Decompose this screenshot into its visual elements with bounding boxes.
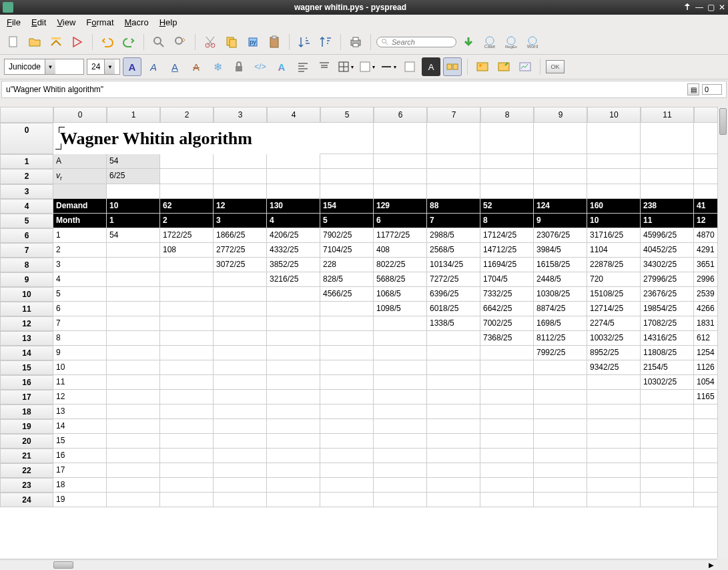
redo-icon[interactable] xyxy=(119,33,138,51)
replace-icon[interactable] xyxy=(171,33,190,51)
menu-help[interactable]: Help xyxy=(155,16,181,29)
case-icon[interactable]: Case xyxy=(480,33,499,51)
find-icon[interactable] xyxy=(149,33,168,51)
markup-icon[interactable]: </> xyxy=(251,57,270,76)
svg-rect-32 xyxy=(453,64,458,69)
titlebar: wagner whitin.pys - pyspread 🠅 — ▢ ✕ xyxy=(0,0,728,15)
svg-point-34 xyxy=(479,64,482,67)
border-color-icon[interactable]: ▼ xyxy=(358,57,376,76)
close-icon[interactable]: ✕ xyxy=(719,3,725,12)
go-down-icon[interactable] xyxy=(459,33,478,51)
menubar: File Edit View Format Macro Help xyxy=(0,15,728,30)
format-toolbar: Junicode▼ 24▼ A A A A ❄ </> A ▼ ▼ ▼ A OK xyxy=(0,55,728,79)
svg-rect-12 xyxy=(272,36,276,39)
search-input[interactable] xyxy=(392,38,452,46)
size-combo[interactable]: 24▼ xyxy=(87,59,120,75)
lock-icon[interactable] xyxy=(230,57,248,76)
formula-bar: u"Wagner Whitin algorithm" ▤ xyxy=(1,81,727,98)
minimize-icon[interactable]: 🠅 xyxy=(683,3,691,12)
svg-text:Word: Word xyxy=(527,44,538,49)
word-icon[interactable]: Word xyxy=(523,33,542,51)
align-left-icon[interactable] xyxy=(294,57,312,76)
sort-desc-icon[interactable] xyxy=(316,33,335,51)
svg-point-2 xyxy=(154,37,161,44)
ok-button[interactable]: OK xyxy=(546,60,565,73)
svg-line-17 xyxy=(386,43,388,45)
merge-icon[interactable] xyxy=(443,57,462,76)
font-combo[interactable]: Junicode▼ xyxy=(4,59,84,75)
svg-rect-1 xyxy=(51,37,61,39)
svg-text:RegEx: RegEx xyxy=(505,45,517,49)
export-icon[interactable] xyxy=(68,33,87,51)
bold-icon[interactable]: A xyxy=(123,57,141,76)
svg-rect-14 xyxy=(353,37,358,41)
svg-rect-33 xyxy=(477,63,488,71)
menu-view[interactable]: View xyxy=(53,16,79,29)
text-color-icon[interactable]: A xyxy=(272,57,291,76)
paste-icon[interactable] xyxy=(265,33,284,51)
svg-rect-36 xyxy=(520,63,530,71)
svg-rect-15 xyxy=(353,43,358,47)
underline-icon[interactable]: A xyxy=(165,57,184,76)
sheet-btn[interactable]: ▤ xyxy=(687,83,699,95)
svg-rect-24 xyxy=(236,66,242,71)
svg-rect-8 xyxy=(230,39,236,47)
minimize-icon[interactable]: — xyxy=(695,3,703,12)
save-icon[interactable] xyxy=(47,33,65,51)
menu-file[interactable]: File xyxy=(3,16,25,29)
menu-format[interactable]: Format xyxy=(82,16,117,29)
align-top-icon[interactable] xyxy=(315,57,334,76)
sort-asc-icon[interactable] xyxy=(295,33,314,51)
menu-macro[interactable]: Macro xyxy=(121,16,153,29)
svg-text:Case: Case xyxy=(484,44,495,49)
svg-rect-28 xyxy=(360,62,370,71)
font-name: Junicode xyxy=(5,62,45,71)
strike-icon[interactable]: A xyxy=(187,57,206,76)
svg-point-20 xyxy=(507,37,515,45)
font-size: 24 xyxy=(87,62,104,71)
image-icon[interactable] xyxy=(473,57,492,76)
svg-rect-0 xyxy=(9,37,17,47)
copy-icon[interactable] xyxy=(222,33,241,51)
menu-edit[interactable]: Edit xyxy=(27,16,50,29)
freeze-icon[interactable]: ❄ xyxy=(208,57,227,76)
window-controls: 🠅 — ▢ ✕ xyxy=(683,3,725,12)
svg-rect-31 xyxy=(447,64,452,69)
line-style-icon[interactable]: ▼ xyxy=(379,57,398,76)
new-icon[interactable] xyxy=(4,33,23,51)
window-title: wagner whitin.pys - pyspread xyxy=(17,3,683,12)
sheet-input[interactable] xyxy=(702,84,722,95)
svg-point-16 xyxy=(382,39,386,43)
app-icon xyxy=(3,2,13,13)
chart-icon[interactable] xyxy=(516,57,534,76)
svg-point-4 xyxy=(175,37,182,44)
copy-result-icon[interactable]: py xyxy=(244,33,262,51)
bgcolor-icon[interactable] xyxy=(400,57,419,76)
svg-rect-30 xyxy=(405,62,414,71)
undo-icon[interactable] xyxy=(98,33,117,51)
search-box[interactable] xyxy=(376,37,456,47)
regex-icon[interactable]: RegEx xyxy=(502,33,520,51)
border-icon[interactable]: ▼ xyxy=(336,57,355,76)
cut-icon[interactable] xyxy=(201,33,220,51)
print-icon[interactable] xyxy=(346,33,365,51)
svg-line-3 xyxy=(160,43,163,47)
italic-icon[interactable]: A xyxy=(144,57,163,76)
textcolor-swatch-icon[interactable]: A xyxy=(422,57,440,76)
svg-text:py: py xyxy=(250,39,256,45)
main-toolbar: py Case RegEx Word xyxy=(0,30,728,55)
maximize-icon[interactable]: ▢ xyxy=(707,3,715,12)
open-icon[interactable] xyxy=(25,33,44,51)
formula-content[interactable]: u"Wagner Whitin algorithm" xyxy=(6,85,687,94)
link-image-icon[interactable] xyxy=(494,57,513,76)
